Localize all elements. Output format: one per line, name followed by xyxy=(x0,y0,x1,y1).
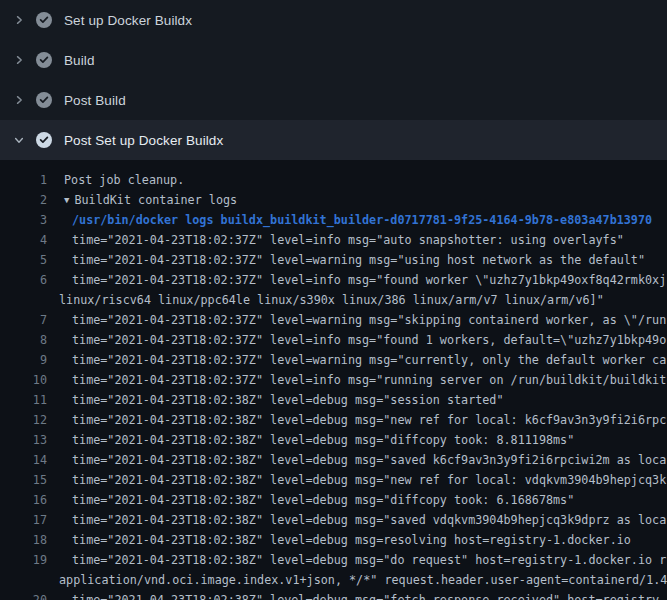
log-text: time="2021-04-23T18:02:38Z" level=debug … xyxy=(72,590,666,600)
step-header-post-build[interactable]: Post Build xyxy=(0,80,667,120)
log-text: time="2021-04-23T18:02:38Z" level=debug … xyxy=(72,430,574,450)
chevron-right-icon xyxy=(13,94,25,106)
log-text: time="2021-04-23T18:02:38Z" level=debug … xyxy=(72,390,504,410)
log-text-content: /usr/bin/docker logs buildx_buildkit_bui… xyxy=(72,213,652,227)
log-row: 15 time="2021-04-23T18:02:38Z" level=deb… xyxy=(0,470,667,490)
step-title: Post Set up Docker Buildx xyxy=(64,133,223,148)
chevron-right-icon xyxy=(13,54,25,66)
check-circle-icon xyxy=(36,132,52,148)
log-text: time="2021-04-23T18:02:38Z" level=debug … xyxy=(72,510,666,530)
log-text-content: time="2021-04-23T18:02:37Z" level=info m… xyxy=(72,273,666,287)
log-row: 2 ▼BuildKit container logs xyxy=(0,190,667,210)
log-row: 12 time="2021-04-23T18:02:38Z" level=deb… xyxy=(0,410,667,430)
line-number[interactable]: 5 xyxy=(0,250,47,270)
log-text-content: time="2021-04-23T18:02:38Z" level=debug … xyxy=(72,413,666,427)
steps-panel: Set up Docker Buildx Build xyxy=(0,0,667,160)
line-number[interactable]: 1 xyxy=(0,170,47,190)
log-row: 1 Post job cleanup. xyxy=(0,170,667,190)
log-text-content: time="2021-04-23T18:02:38Z" level=debug … xyxy=(72,493,574,507)
log-row: 11 time="2021-04-23T18:02:38Z" level=deb… xyxy=(0,390,667,410)
line-number[interactable]: 13 xyxy=(0,430,47,450)
log-text: time="2021-04-23T18:02:37Z" level=info m… xyxy=(72,270,666,290)
line-number[interactable]: 12 xyxy=(0,410,47,430)
log-text: time="2021-04-23T18:02:38Z" level=debug … xyxy=(72,550,666,570)
line-number[interactable]: 20 xyxy=(0,590,47,600)
log-text-content: time="2021-04-23T18:02:37Z" level=warnin… xyxy=(72,353,666,367)
line-number[interactable]: 19 xyxy=(0,550,47,570)
log-text-content: time="2021-04-23T18:02:38Z" level=debug … xyxy=(72,453,666,467)
log-text-content: time="2021-04-23T18:02:37Z" level=warnin… xyxy=(72,253,645,267)
line-number[interactable]: 4 xyxy=(0,230,47,250)
log-text: time="2021-04-23T18:02:37Z" level=info m… xyxy=(72,330,666,350)
check-circle-icon xyxy=(36,52,52,68)
log-text-content: time="2021-04-23T18:02:38Z" level=debug … xyxy=(72,533,631,547)
line-number[interactable]: 14 xyxy=(0,450,47,470)
line-number[interactable]: 3 xyxy=(0,210,47,230)
step-title: Set up Docker Buildx xyxy=(64,13,192,28)
log-text: time="2021-04-23T18:02:37Z" level=info m… xyxy=(72,370,666,390)
log-text: time="2021-04-23T18:02:37Z" level=warnin… xyxy=(72,350,666,370)
line-number[interactable]: 18 xyxy=(0,530,47,550)
log-text: time="2021-04-23T18:02:37Z" level=info m… xyxy=(72,230,624,250)
step-title: Post Build xyxy=(64,93,126,108)
step-title: Build xyxy=(64,53,95,68)
log-text: time="2021-04-23T18:02:38Z" level=debug … xyxy=(72,470,666,490)
log-row: 10 time="2021-04-23T18:02:37Z" level=inf… xyxy=(0,370,667,390)
log-text: time="2021-04-23T18:02:38Z" level=debug … xyxy=(72,490,574,510)
log-row: linux/riscv64 linux/ppc64le linux/s390x … xyxy=(0,290,667,310)
chevron-down-icon xyxy=(13,134,25,146)
log-panel: 1 Post job cleanup. 2 ▼BuildKit containe… xyxy=(0,160,667,600)
check-circle-icon xyxy=(36,12,52,28)
step-header-set-up-docker-buildx[interactable]: Set up Docker Buildx xyxy=(0,0,667,40)
line-number[interactable]: 2 xyxy=(0,190,47,210)
triangle-down-icon[interactable]: ▼ xyxy=(64,190,69,210)
log-text-content: time="2021-04-23T18:02:38Z" level=debug … xyxy=(72,593,666,600)
log-text: application/vnd.oci.image.index.v1+json,… xyxy=(59,570,667,590)
log-text: time="2021-04-23T18:02:38Z" level=debug … xyxy=(72,410,666,430)
log-row: 19 time="2021-04-23T18:02:38Z" level=deb… xyxy=(0,550,667,570)
log-text-content: time="2021-04-23T18:02:37Z" level=info m… xyxy=(72,233,624,247)
log-text-content: time="2021-04-23T18:02:38Z" level=debug … xyxy=(72,393,504,407)
log-text-content: application/vnd.oci.image.index.v1+json,… xyxy=(59,573,667,587)
line-number[interactable]: 17 xyxy=(0,510,47,530)
log-row: 3 /usr/bin/docker logs buildx_buildkit_b… xyxy=(0,210,667,230)
log-row: 16 time="2021-04-23T18:02:38Z" level=deb… xyxy=(0,490,667,510)
log-row: 17 time="2021-04-23T18:02:38Z" level=deb… xyxy=(0,510,667,530)
line-number[interactable]: 10 xyxy=(0,370,47,390)
log-text: Post job cleanup. xyxy=(64,170,184,190)
line-number[interactable]: 11 xyxy=(0,390,47,410)
line-number[interactable]: 16 xyxy=(0,490,47,510)
log-row: 20 time="2021-04-23T18:02:38Z" level=deb… xyxy=(0,590,667,600)
log-text: /usr/bin/docker logs buildx_buildkit_bui… xyxy=(72,210,652,230)
log-text-content: time="2021-04-23T18:02:37Z" level=info m… xyxy=(72,373,666,387)
log-text-content: time="2021-04-23T18:02:37Z" level=info m… xyxy=(72,333,666,347)
log-text: linux/riscv64 linux/ppc64le linux/s390x … xyxy=(59,290,604,310)
line-number[interactable]: 15 xyxy=(0,470,47,490)
line-number[interactable]: 8 xyxy=(0,330,47,350)
chevron-right-icon xyxy=(13,14,25,26)
log-row: 9 time="2021-04-23T18:02:37Z" level=warn… xyxy=(0,350,667,370)
step-header-build[interactable]: Build xyxy=(0,40,667,80)
log-text-content: linux/riscv64 linux/ppc64le linux/s390x … xyxy=(59,293,604,307)
log-row: 13 time="2021-04-23T18:02:38Z" level=deb… xyxy=(0,430,667,450)
log-text: time="2021-04-23T18:02:37Z" level=warnin… xyxy=(72,310,666,330)
line-number[interactable]: 9 xyxy=(0,350,47,370)
log-row: 4 time="2021-04-23T18:02:37Z" level=info… xyxy=(0,230,667,250)
log-row: 5 time="2021-04-23T18:02:37Z" level=warn… xyxy=(0,250,667,270)
log-row: 18 time="2021-04-23T18:02:38Z" level=deb… xyxy=(0,530,667,550)
step-header-post-set-up-docker-buildx[interactable]: Post Set up Docker Buildx xyxy=(0,120,667,160)
log-text: ▼BuildKit container logs xyxy=(64,190,237,211)
line-number[interactable]: 6 xyxy=(0,270,47,290)
log-row: 14 time="2021-04-23T18:02:38Z" level=deb… xyxy=(0,450,667,470)
log-row: 8 time="2021-04-23T18:02:37Z" level=info… xyxy=(0,330,667,350)
log-text-content: time="2021-04-23T18:02:37Z" level=warnin… xyxy=(72,313,666,327)
actions-log-viewer: { "steps": [ {"name": "Set up Docker Bui… xyxy=(0,0,667,600)
log-text-content: time="2021-04-23T18:02:38Z" level=debug … xyxy=(72,473,666,487)
log-text: time="2021-04-23T18:02:38Z" level=debug … xyxy=(72,530,631,550)
log-text-content: time="2021-04-23T18:02:38Z" level=debug … xyxy=(72,433,574,447)
log-text-content: time="2021-04-23T18:02:38Z" level=debug … xyxy=(72,513,666,527)
log-row: 6 time="2021-04-23T18:02:37Z" level=info… xyxy=(0,270,667,290)
log-row: 7 time="2021-04-23T18:02:37Z" level=warn… xyxy=(0,310,667,330)
line-number[interactable]: 7 xyxy=(0,310,47,330)
check-circle-icon xyxy=(36,92,52,108)
